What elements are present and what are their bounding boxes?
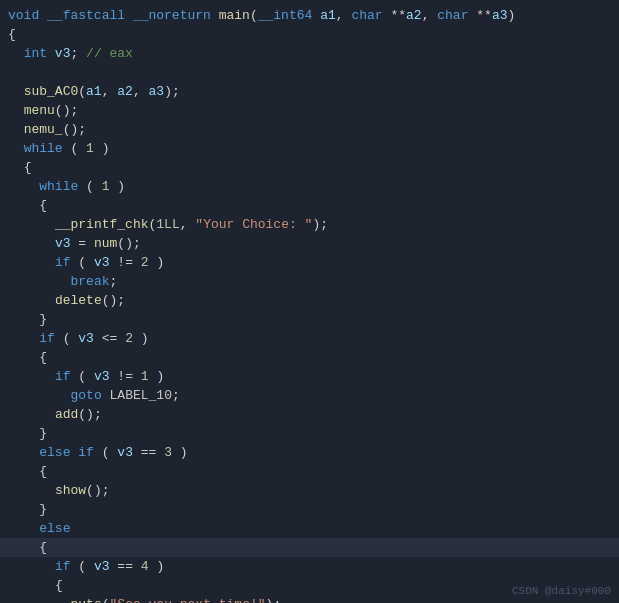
code-line: __printf_chk(1LL, "Your Choice: "); (0, 215, 619, 234)
code-line (0, 63, 619, 82)
code-line: { (0, 196, 619, 215)
code-line: v3 = num(); (0, 234, 619, 253)
code-line: } (0, 310, 619, 329)
watermark: CSDN @daisy#000 (512, 585, 611, 597)
code-line: { (0, 158, 619, 177)
code-line: { (0, 25, 619, 44)
code-line: if ( v3 == 4 ) (0, 557, 619, 576)
code-line: add(); (0, 405, 619, 424)
code-line: sub_AC0(a1, a2, a3); (0, 82, 619, 101)
code-line: void __fastcall __noreturn main(__int64 … (0, 6, 619, 25)
code-line: if ( v3 <= 2 ) (0, 329, 619, 348)
code-line: break; (0, 272, 619, 291)
code-line: else (0, 519, 619, 538)
code-line: int v3; // eax (0, 44, 619, 63)
code-line: menu(); (0, 101, 619, 120)
code-line: { (0, 538, 619, 557)
code-line: while ( 1 ) (0, 177, 619, 196)
code-line: show(); (0, 481, 619, 500)
code-line: delete(); (0, 291, 619, 310)
code-line: { (0, 348, 619, 367)
code-line: while ( 1 ) (0, 139, 619, 158)
code-line: goto LABEL_10; (0, 386, 619, 405)
code-line: } (0, 424, 619, 443)
code-line: { (0, 462, 619, 481)
code-line: else if ( v3 == 3 ) (0, 443, 619, 462)
code-container: void __fastcall __noreturn main(__int64 … (0, 0, 619, 603)
code-line: } (0, 500, 619, 519)
code-block: void __fastcall __noreturn main(__int64 … (0, 6, 619, 603)
code-line: if ( v3 != 2 ) (0, 253, 619, 272)
code-line: if ( v3 != 1 ) (0, 367, 619, 386)
code-line: nemu_(); (0, 120, 619, 139)
